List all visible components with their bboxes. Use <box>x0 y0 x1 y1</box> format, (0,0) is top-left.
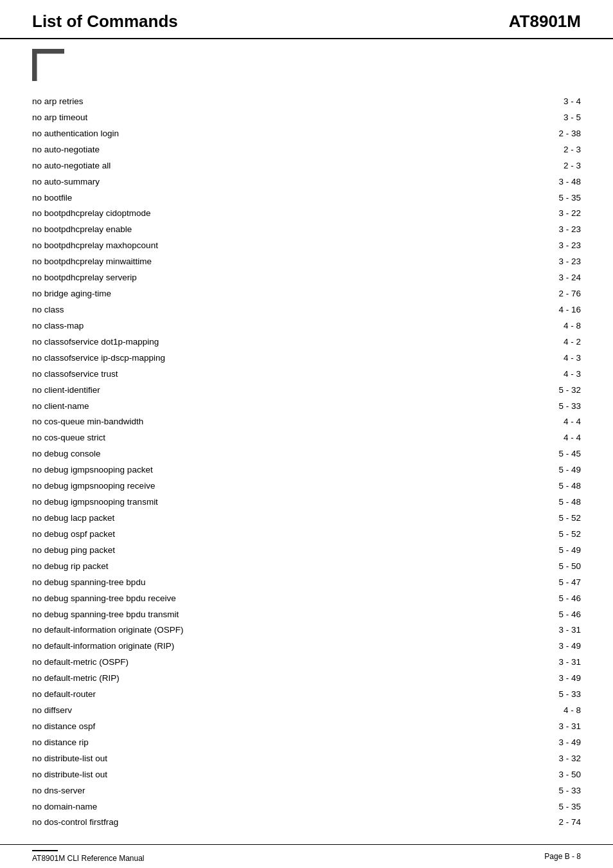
command-name: no debug spanning-tree bpdu transmit <box>32 608 529 622</box>
command-page: 5 - 48 <box>529 480 581 493</box>
footer-line <box>32 850 58 851</box>
command-name: no debug igmpsnooping receive <box>32 480 529 493</box>
command-page: 4 - 8 <box>529 704 581 718</box>
table-row: no distribute-list out3 - 32 <box>32 751 581 767</box>
command-name: no dos-control firstfrag <box>32 816 529 829</box>
table-row: no client-identifier5 - 32 <box>32 383 581 399</box>
command-page: 4 - 3 <box>529 352 581 365</box>
table-row: no default-metric (OSPF)3 - 31 <box>32 655 581 671</box>
table-row: no classofservice dot1p-mapping4 - 2 <box>32 334 581 350</box>
table-row: no distribute-list out3 - 50 <box>32 767 581 783</box>
command-page: 5 - 48 <box>529 496 581 509</box>
table-row: no debug igmpsnooping transmit5 - 48 <box>32 494 581 511</box>
command-page: 5 - 35 <box>529 192 581 205</box>
command-name: no bridge aging-time <box>32 287 529 301</box>
table-row: no bootfile5 - 35 <box>32 190 581 206</box>
table-row: no debug igmpsnooping packet5 - 49 <box>32 462 581 478</box>
command-page: 2 - 74 <box>529 816 581 829</box>
command-page: 3 - 5 <box>529 111 581 125</box>
table-row: no bootpdhcprelay serverip3 - 24 <box>32 270 581 286</box>
command-name: no client-name <box>32 400 529 413</box>
table-row: no auto-summary3 - 48 <box>32 174 581 190</box>
command-name: no cos-queue min-bandwidth <box>32 415 529 429</box>
table-row: no arp retries3 - 4 <box>32 94 581 110</box>
table-row: no bridge aging-time2 - 76 <box>32 286 581 302</box>
command-name: no cos-queue strict <box>32 431 529 445</box>
table-row: no distance rip3 - 49 <box>32 735 581 751</box>
table-row: no debug spanning-tree bpdu transmit5 - … <box>32 607 581 623</box>
command-name: no bootpdhcprelay minwaittime <box>32 255 529 269</box>
command-page: 4 - 4 <box>529 431 581 445</box>
command-page: 3 - 31 <box>529 656 581 669</box>
table-row: no cos-queue min-bandwidth4 - 4 <box>32 414 581 430</box>
command-page: 5 - 33 <box>529 784 581 798</box>
model-label: AT8901M <box>509 12 581 32</box>
command-page: 2 - 3 <box>529 143 581 157</box>
command-page: 3 - 49 <box>529 736 581 750</box>
table-row: no class-map4 - 8 <box>32 318 581 334</box>
command-name: no arp timeout <box>32 111 529 125</box>
command-list: no arp retries3 - 4no arp timeout3 - 5no… <box>32 94 581 831</box>
command-page: 3 - 50 <box>529 768 581 782</box>
command-name: no bootpdhcprelay enable <box>32 223 529 237</box>
table-row: no diffserv4 - 8 <box>32 703 581 719</box>
table-row: no bootpdhcprelay enable3 - 23 <box>32 222 581 238</box>
command-name: no class-map <box>32 320 529 333</box>
command-page: 2 - 76 <box>529 287 581 301</box>
table-row: no debug ping packet5 - 49 <box>32 543 581 559</box>
command-page: 2 - 3 <box>529 159 581 173</box>
page-title: List of Commands <box>32 12 178 32</box>
page-container: List of Commands AT8901M no arp retries3… <box>0 0 613 868</box>
command-page: 3 - 49 <box>529 640 581 653</box>
command-name: no classofservice ip-dscp-mapping <box>32 352 529 365</box>
command-page: 3 - 23 <box>529 239 581 253</box>
table-row: no class4 - 16 <box>32 302 581 318</box>
table-row: no debug lacp packet5 - 52 <box>32 511 581 527</box>
table-row: no auto-negotiate all2 - 3 <box>32 158 581 174</box>
logo-icon <box>32 49 64 81</box>
content-area: no arp retries3 - 4no arp timeout3 - 5no… <box>0 87 613 844</box>
footer-left: AT8901M CLI Reference Manual <box>32 850 145 863</box>
command-name: no distance ospf <box>32 720 529 734</box>
table-row: no classofservice ip-dscp-mapping4 - 3 <box>32 350 581 366</box>
command-name: no dns-server <box>32 784 529 798</box>
table-row: no auto-negotiate2 - 3 <box>32 142 581 158</box>
command-page: 3 - 31 <box>529 624 581 637</box>
command-name: no default-router <box>32 688 529 701</box>
command-name: no domain-name <box>32 800 529 814</box>
command-name: no debug spanning-tree bpdu <box>32 576 529 590</box>
table-row: no debug rip packet5 - 50 <box>32 559 581 575</box>
command-page: 4 - 2 <box>529 336 581 349</box>
command-name: no default-metric (RIP) <box>32 672 529 685</box>
command-page: 5 - 32 <box>529 384 581 397</box>
command-page: 5 - 52 <box>529 512 581 525</box>
command-page: 4 - 4 <box>529 415 581 429</box>
command-name: no authentication login <box>32 127 529 141</box>
table-row: no distance ospf3 - 31 <box>32 719 581 735</box>
command-page: 3 - 48 <box>529 176 581 189</box>
table-row: no domain-name5 - 35 <box>32 799 581 815</box>
table-row: no authentication login2 - 38 <box>32 126 581 142</box>
command-name: no debug rip packet <box>32 560 529 574</box>
command-name: no debug igmpsnooping packet <box>32 464 529 477</box>
command-name: no auto-negotiate <box>32 143 529 157</box>
header: List of Commands AT8901M <box>0 0 613 39</box>
table-row: no classofservice trust4 - 3 <box>32 366 581 383</box>
table-row: no arp timeout3 - 5 <box>32 110 581 126</box>
command-name: no bootpdhcprelay maxhopcount <box>32 239 529 253</box>
table-row: no dos-control firstfrag2 - 74 <box>32 815 581 831</box>
table-row: no client-name5 - 33 <box>32 399 581 415</box>
table-row: no debug ospf packet5 - 52 <box>32 527 581 543</box>
table-row: no dns-server5 - 33 <box>32 783 581 799</box>
command-page: 5 - 45 <box>529 448 581 461</box>
command-page: 3 - 4 <box>529 95 581 109</box>
command-name: no class <box>32 303 529 317</box>
command-page: 5 - 50 <box>529 560 581 574</box>
command-page: 3 - 31 <box>529 720 581 734</box>
command-page: 4 - 3 <box>529 368 581 381</box>
table-row: no bootpdhcprelay cidoptmode3 - 22 <box>32 206 581 222</box>
command-name: no debug ping packet <box>32 544 529 557</box>
command-name: no auto-summary <box>32 176 529 189</box>
table-row: no default-information originate (OSPF)3… <box>32 622 581 638</box>
command-name: no client-identifier <box>32 384 529 397</box>
